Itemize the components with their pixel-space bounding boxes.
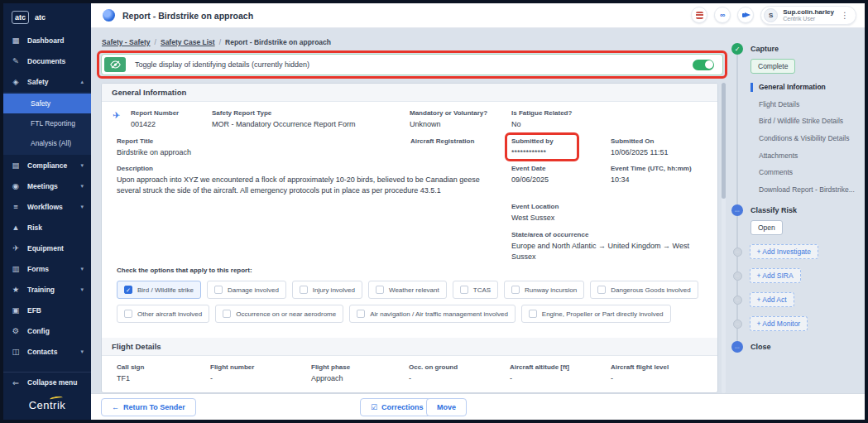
sidebar-item-compliance[interactable]: ▤ Compliance ▾	[3, 155, 91, 175]
field-occ-on-ground: Occ. on ground -	[409, 363, 510, 384]
checkbox-runway-incursion[interactable]: Runway incursion	[504, 281, 584, 299]
footer-bar: ← Return To Sender ☑ Corrections Move	[91, 393, 865, 420]
nav-conditions-visibility-details[interactable]: Conditions & Visibility Details	[751, 134, 864, 143]
sidebar-item-label: Contacts	[27, 348, 57, 356]
pending-circle-icon: ⋯	[733, 296, 742, 305]
nav-flight-details[interactable]: Flight Details	[751, 100, 864, 109]
classify-risk-open-button[interactable]: Open	[751, 220, 783, 235]
add-monitor-button[interactable]: + Add Monitor	[750, 316, 808, 331]
add-act-button[interactable]: + Add Act	[750, 292, 794, 307]
breadcrumb: Safety - Safety/Safety Case List/Report …	[102, 38, 331, 46]
checkbox-tcas[interactable]: TCAS	[453, 281, 498, 299]
sidebar-item-documents[interactable]: ✎ Documents	[3, 50, 91, 71]
checkbox-air-navigation[interactable]: Air navigation / Air traffic management …	[349, 305, 516, 323]
field-flight-number: Flight number -	[210, 363, 311, 384]
sidebar-item-workflows[interactable]: ≡ Workflows ▾	[3, 196, 91, 217]
classify-risk-label: Classify Risk	[751, 206, 797, 214]
sidebar-item-label: Dashboard	[27, 36, 64, 45]
sidebar-item-label: Documents	[27, 57, 65, 65]
identifying-details-toggle-bar[interactable]: Toggle display of identifying details (c…	[101, 54, 723, 75]
checkbox-label: Weather relevant	[389, 286, 439, 294]
close-label[interactable]: Close	[751, 343, 771, 351]
checkbox-injury-involved[interactable]: Injury involved	[292, 281, 362, 299]
sidebar-item-dashboard[interactable]: ▦ Dashboard	[3, 30, 91, 50]
workflow-add-act-row: ⋯ + Add Act	[731, 292, 864, 307]
sidebar-item-risk[interactable]: ▲ Risk	[3, 217, 91, 238]
chevron-down-icon: ▾	[80, 162, 84, 169]
nav-general-information[interactable]: General Information	[751, 83, 864, 92]
capture-status-complete-button[interactable]: Complete	[751, 59, 795, 74]
main-area: Report - Birdstrike on approach ∞ S Sup.…	[91, 3, 865, 420]
sidebar-item-training[interactable]: ★ Training ▾	[3, 279, 91, 300]
gear-icon: ⚙	[11, 326, 21, 335]
checkbox-engine-propeller[interactable]: Engine, Propeller or Part directly invol…	[521, 305, 671, 323]
sidebar-item-label: Risk	[27, 224, 42, 232]
add-investigate-button[interactable]: + Add Investigate	[750, 244, 818, 259]
submenu-item-ftl-reporting[interactable]: FTL Reporting	[3, 113, 91, 133]
checkbox-bird-wildlife-strike[interactable]: ✓ Bird / Wildlife strike	[117, 281, 201, 299]
link-button[interactable]: ∞	[714, 7, 731, 23]
checkbox-dangerous-goods[interactable]: Dangerous Goods involved	[590, 281, 698, 299]
atc-logo-icon: atc	[12, 11, 29, 24]
scrollbar-track	[722, 83, 726, 393]
sidebar: atc atc ▦ Dashboard ✎ Documents ◈ Safety…	[3, 3, 91, 420]
add-sira-button[interactable]: + Add SIRA	[750, 268, 801, 283]
sidebar-item-safety[interactable]: ◈ Safety ▴	[3, 71, 91, 92]
kebab-menu-icon[interactable]: ⋮	[839, 11, 851, 20]
collapse-menu-button[interactable]: ⇐ Collapse menu	[3, 372, 91, 392]
pending-circle-icon: ⋯	[733, 320, 742, 329]
queue-list-button[interactable]	[691, 7, 707, 23]
chevron-down-icon: ▾	[80, 348, 84, 355]
scrollbar-thumb[interactable]	[722, 83, 726, 199]
submenu-item-label: FTL Reporting	[31, 119, 75, 127]
submenu-item-analysis-all[interactable]: Analysis (All)	[3, 133, 91, 153]
sidebar-item-meetings[interactable]: ◉ Meetings ▾	[3, 175, 91, 196]
checkbox-box	[460, 286, 468, 294]
nav-comments[interactable]: Comments	[751, 168, 864, 177]
sidebar-item-label: Meetings	[27, 182, 58, 190]
field-submitted-by: Submitted by ************	[511, 137, 611, 158]
sidebar-item-efb[interactable]: ▣ EFB	[3, 300, 91, 320]
submenu-item-safety[interactable]: Safety	[3, 94, 91, 113]
sidebar-item-contacts[interactable]: ◫ Contacts ▾	[3, 341, 91, 362]
report-card: General Information ✈ Report Number 0014…	[101, 83, 718, 393]
sidebar-item-config[interactable]: ⚙ Config	[3, 320, 91, 341]
safety-submenu: Safety FTL Reporting Analysis (All)	[3, 92, 91, 155]
field-event-date: Event Date 09/06/2025	[511, 165, 611, 195]
checkbox-box	[511, 286, 520, 294]
checkbox-label: Air navigation / Air traffic management …	[370, 310, 508, 318]
contacts-icon: ◫	[11, 347, 21, 356]
announcements-button[interactable]	[737, 7, 754, 23]
risk-warning-icon: ▲	[11, 223, 21, 232]
return-to-sender-button[interactable]: ← Return To Sender	[101, 398, 196, 416]
checkbox-box	[300, 286, 308, 294]
forms-icon: ▥	[11, 264, 21, 273]
checkbox-damage-involved[interactable]: Damage involved	[207, 281, 286, 299]
nav-bird-wildlife-strike-details[interactable]: Bird / Wildlife Strike Details	[751, 117, 864, 126]
breadcrumb-safety-case-list[interactable]: Safety Case List	[161, 38, 215, 46]
nav-attachments[interactable]: Attachments	[751, 151, 864, 161]
breadcrumb-safety[interactable]: Safety - Safety	[102, 38, 151, 46]
checkbox-occurrence-aerodrome[interactable]: Occurrence on or near aerodrome	[215, 305, 343, 323]
sidebar-item-equipment[interactable]: ✈ Equipment	[3, 238, 91, 258]
breadcrumb-current: Report - Birdstrike on approach	[225, 38, 331, 46]
pending-circle-icon: ⋯	[733, 248, 742, 257]
user-name: Sup.colin.harley	[783, 8, 834, 17]
checkbox-weather-relevant[interactable]: Weather relevant	[368, 281, 447, 299]
red-list-icon	[696, 12, 703, 19]
nav-download-report[interactable]: Download Report - Birdstrike...	[751, 185, 864, 195]
app-logo[interactable]: atc atc	[3, 3, 91, 30]
sidebar-item-label: Equipment	[27, 244, 64, 252]
checkbox-label: Damage involved	[228, 286, 279, 294]
checkbox-label: Bird / Wildlife strike	[137, 286, 194, 294]
corrections-button[interactable]: ☑ Corrections	[360, 398, 434, 416]
sidebar-item-forms[interactable]: ▥ Forms ▾	[3, 258, 91, 279]
sidebar-item-label: Training	[27, 286, 55, 294]
user-menu[interactable]: S Sup.colin.harley Centrik User ⋮	[760, 6, 856, 26]
identifying-details-switch[interactable]	[693, 60, 714, 70]
aircraft-icon: ✈	[11, 243, 21, 252]
workflow-add-monitor-row: ⋯ + Add Monitor	[731, 316, 864, 331]
checkbox-other-aircraft[interactable]: Other aircraft involved	[117, 305, 209, 323]
move-button[interactable]: Move	[426, 398, 467, 416]
page-title: Report - Birdstrike on approach	[122, 11, 253, 21]
